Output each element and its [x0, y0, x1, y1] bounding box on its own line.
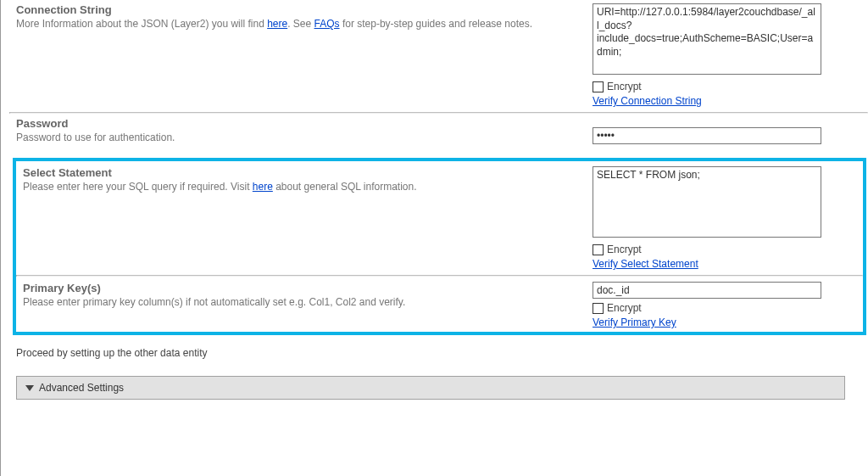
verify-primary-key-link[interactable]: Verify Primary Key: [593, 316, 843, 328]
encrypt-label: Encrypt: [607, 244, 642, 255]
desc-text: for step-by-step guides and release note…: [340, 18, 532, 30]
select-statement-heading: Select Statement: [23, 166, 576, 179]
password-input[interactable]: [593, 127, 821, 144]
encrypt-row: Encrypt: [593, 302, 843, 314]
encrypt-checkbox[interactable]: [593, 244, 604, 255]
password-desc: Password to use for authentication.: [16, 131, 576, 144]
settings-panel: Connection String More Information about…: [0, 0, 868, 476]
verify-select-link[interactable]: Verify Select Statement: [593, 258, 843, 270]
primary-key-heading: Primary Key(s): [23, 282, 576, 294]
connection-string-input[interactable]: URI=http://127.0.0.1:5984/layer2couchdba…: [593, 3, 821, 75]
password-row: Password Password to use for authenticat…: [9, 114, 868, 154]
here-link[interactable]: here: [253, 181, 273, 193]
proceed-text: Proceed by setting up the other data ent…: [9, 339, 868, 376]
primary-key-input[interactable]: [593, 282, 821, 299]
encrypt-checkbox[interactable]: [593, 81, 604, 92]
verify-connection-link[interactable]: Verify Connection String: [593, 95, 848, 107]
primary-key-row: Primary Key(s) Please enter primary key …: [16, 277, 863, 332]
desc-text: . See: [287, 18, 314, 30]
desc-text: Please enter here your SQL query if requ…: [23, 181, 253, 193]
encrypt-row: Encrypt: [593, 81, 848, 92]
encrypt-row: Encrypt: [593, 244, 843, 255]
advanced-settings-accordion[interactable]: Advanced Settings: [16, 376, 845, 400]
desc-text: about general SQL information.: [273, 181, 417, 193]
select-statement-row: Select Statement Please enter here your …: [16, 161, 863, 275]
desc-text: More Information about the JSON (Layer2)…: [16, 18, 267, 30]
connection-string-row: Connection String More Information about…: [9, 0, 868, 112]
connection-string-desc: More Information about the JSON (Layer2)…: [16, 17, 576, 31]
password-heading: Password: [16, 117, 576, 130]
here-link[interactable]: here: [267, 18, 287, 30]
select-statement-desc: Please enter here your SQL query if requ…: [23, 180, 576, 193]
faqs-link[interactable]: FAQs: [314, 18, 340, 30]
encrypt-label: Encrypt: [607, 81, 642, 92]
advanced-settings-label: Advanced Settings: [39, 382, 124, 394]
connection-string-heading: Connection String: [16, 3, 576, 16]
encrypt-checkbox[interactable]: [593, 303, 604, 314]
encrypt-label: Encrypt: [607, 302, 642, 314]
chevron-down-icon: [25, 385, 34, 391]
highlight-box: Select Statement Please enter here your …: [13, 158, 866, 335]
primary-key-desc: Please enter primary key column(s) if no…: [23, 295, 576, 309]
select-statement-input[interactable]: SELECT * FROM json;: [593, 166, 821, 238]
